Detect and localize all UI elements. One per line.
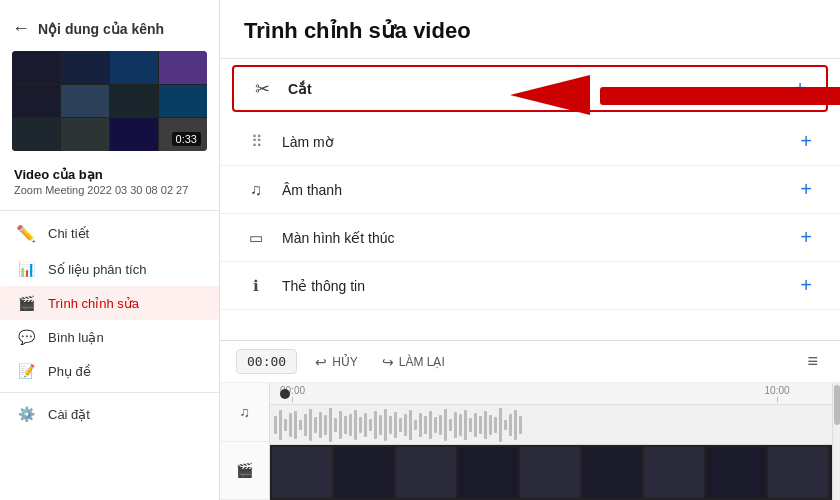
sidebar-divider-2: [0, 392, 219, 393]
info-icon: ℹ: [244, 277, 268, 295]
wave-bar: [334, 418, 337, 432]
undo-icon: ↩: [315, 354, 327, 370]
sidebar: ← Nội dung của kênh 0:33 Video của bạn Z…: [0, 0, 220, 500]
vid-thumb: [768, 447, 828, 498]
thumb-cell: [159, 85, 207, 118]
wave-bar: [294, 411, 297, 439]
scissors-icon: ✂: [250, 78, 274, 100]
chart-icon: 📊: [16, 261, 36, 277]
video-thumb-strip: [270, 445, 832, 500]
wave-bar: [494, 417, 497, 433]
wave-bar: [304, 414, 307, 436]
wave-bar: [414, 420, 417, 430]
wave-bar: [499, 408, 502, 442]
vid-thumb: [458, 447, 518, 498]
wave-bar: [404, 414, 407, 436]
tool-am-thanh[interactable]: ♫ Âm thanh +: [220, 166, 840, 214]
wave-bar: [489, 415, 492, 435]
sidebar-item-trinh-chinh-sua[interactable]: 🎬 Trình chỉnh sửa: [0, 286, 219, 320]
hamburger-button[interactable]: ≡: [801, 349, 824, 374]
pencil-icon: ✏️: [16, 224, 36, 243]
sidebar-item-label: Phụ đề: [48, 364, 91, 379]
wave-bar: [344, 416, 347, 434]
playhead[interactable]: [280, 389, 290, 399]
sidebar-item-label: Số liệu phân tích: [48, 262, 146, 277]
wave-bar: [434, 417, 437, 433]
timeline-controls: 00:00 ↩ HỦY ↪ LÀM LẠI ≡: [220, 341, 840, 383]
video-subtitle: Zoom Meeting 2022 03 30 08 02 27: [0, 184, 219, 206]
sidebar-item-phu-de[interactable]: 📝 Phụ đề: [0, 354, 219, 388]
add-cat-button[interactable]: +: [790, 77, 810, 100]
screen-icon: ▭: [244, 229, 268, 247]
vid-thumb: [334, 447, 394, 498]
thumb-cell: [12, 51, 60, 84]
wave-bar: [339, 411, 342, 439]
tool-the-thong-tin[interactable]: ℹ Thẻ thông tin +: [220, 262, 840, 310]
audio-waveform: [270, 405, 832, 444]
wave-bar: [359, 417, 362, 433]
sidebar-item-binh-luan[interactable]: 💬 Bình luận: [0, 320, 219, 354]
wave-bar: [314, 417, 317, 433]
back-icon: ←: [12, 18, 30, 39]
tracks-body: [270, 405, 832, 500]
wave-bar: [429, 411, 432, 439]
add-am-thanh-button[interactable]: +: [796, 178, 816, 201]
wave-bar: [509, 414, 512, 436]
tool-man-hinh[interactable]: ▭ Màn hình kết thúc +: [220, 214, 840, 262]
redo-label: LÀM LẠI: [399, 355, 445, 369]
wave-bar: [324, 415, 327, 435]
timeline-tracks: ♫ 🎬 00:00 10:00: [220, 383, 840, 500]
sidebar-item-label: Bình luận: [48, 330, 104, 345]
wave-bar: [394, 412, 397, 438]
thumb-cell: [61, 118, 109, 151]
wave-bar: [274, 416, 277, 434]
sidebar-divider: [0, 210, 219, 211]
wave-bar: [279, 410, 282, 440]
vid-thumb: [644, 447, 704, 498]
wave-bar: [504, 420, 507, 430]
wave-bar: [439, 415, 442, 435]
wave-bar: [379, 415, 382, 435]
tool-am-thanh-label: Âm thanh: [282, 182, 782, 198]
sidebar-item-so-lieu[interactable]: 📊 Số liệu phân tích: [0, 252, 219, 286]
main-content: Trình chỉnh sửa video ✂ Cắt + ⠿ Làm mờ +…: [220, 0, 840, 500]
sidebar-item-cai-dat[interactable]: ⚙️ Cài đặt: [0, 397, 219, 431]
wave-bar: [474, 413, 477, 437]
audio-track[interactable]: [270, 405, 832, 445]
tool-cat[interactable]: ✂ Cắt +: [232, 65, 828, 112]
add-lam-mo-button[interactable]: +: [796, 130, 816, 153]
wave-bar: [424, 416, 427, 434]
scrollbar[interactable]: [832, 383, 840, 500]
undo-button[interactable]: ↩ HỦY: [309, 351, 364, 373]
vid-thumb: [830, 447, 832, 498]
wave-bar: [284, 419, 287, 431]
thumb-cell: [61, 85, 109, 118]
add-the-thong-tin-button[interactable]: +: [796, 274, 816, 297]
thumb-cell: [12, 118, 60, 151]
add-man-hinh-button[interactable]: +: [796, 226, 816, 249]
blur-icon: ⠿: [244, 132, 268, 151]
sidebar-back-btn[interactable]: ← Nội dung của kênh: [0, 10, 219, 51]
wave-bar: [409, 410, 412, 440]
sidebar-item-chi-tiet[interactable]: ✏️ Chi tiết: [0, 215, 219, 252]
scroll-thumb[interactable]: [834, 385, 840, 425]
thumbnail-duration: 0:33: [172, 132, 201, 146]
wave-bar: [444, 409, 447, 441]
timeline-ruler: 00:00 10:00: [270, 383, 832, 405]
sidebar-item-label: Cài đặt: [48, 407, 90, 422]
tool-lam-mo[interactable]: ⠿ Làm mờ +: [220, 118, 840, 166]
thumb-cell: [159, 51, 207, 84]
tool-lam-mo-label: Làm mờ: [282, 134, 782, 150]
thumb-cell: [110, 51, 158, 84]
video-title: Video của bạn: [0, 161, 219, 184]
video-track[interactable]: [270, 445, 832, 500]
caption-icon: 📝: [16, 363, 36, 379]
wave-bar: [329, 408, 332, 442]
redo-button[interactable]: ↪ LÀM LẠI: [376, 351, 451, 373]
vid-thumb: [272, 447, 332, 498]
tool-the-thong-tin-label: Thẻ thông tin: [282, 278, 782, 294]
wave-bar: [369, 419, 372, 431]
wave-bar: [479, 416, 482, 434]
page-title: Trình chỉnh sửa video: [244, 18, 816, 44]
vid-thumb: [706, 447, 766, 498]
